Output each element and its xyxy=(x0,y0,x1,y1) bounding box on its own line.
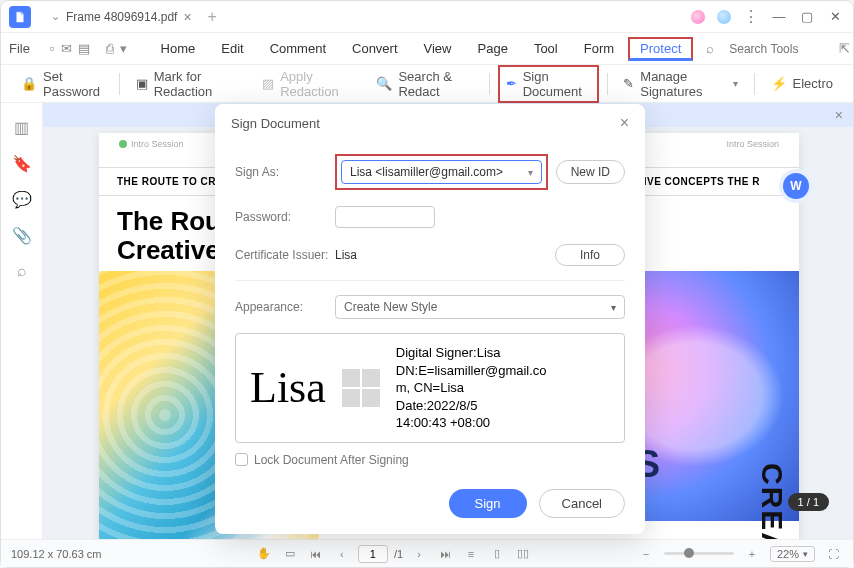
dialog-header: Sign Document × xyxy=(215,104,645,142)
menu-view[interactable]: View xyxy=(412,37,464,61)
tab-close-icon[interactable]: × xyxy=(183,9,191,25)
zoom-slider[interactable] xyxy=(664,552,734,555)
bookmarks-icon[interactable]: 🔖 xyxy=(12,153,32,173)
appearance-select[interactable]: Create New Style ▾ xyxy=(335,295,625,319)
zoom-select[interactable]: 22% ▾ xyxy=(770,546,815,562)
sign-as-label: Sign As: xyxy=(235,165,335,179)
sign-document-button[interactable]: ✒ Sign Document xyxy=(498,65,599,103)
signature-details: Digital Signer:Lisa DN:E=lisamiller@gmai… xyxy=(396,344,547,432)
first-page-icon[interactable]: ⏮ xyxy=(306,544,326,564)
word-export-badge[interactable]: W xyxy=(783,173,809,199)
signature-icon: ✒ xyxy=(506,76,517,91)
main-menu: Home Edit Comment Convert View Page Tool… xyxy=(149,37,694,61)
lock-checkbox[interactable] xyxy=(235,453,248,466)
thumbnails-icon[interactable]: ▥ xyxy=(12,117,32,137)
esign-icon: ⚡ xyxy=(771,76,787,91)
more-menu-icon[interactable]: ⋮ xyxy=(743,7,759,26)
electronic-sign-button[interactable]: ⚡ Electro xyxy=(763,72,841,95)
prev-page-icon[interactable]: ‹ xyxy=(332,544,352,564)
sign-as-select[interactable]: Lisa <lisamiller@gmail.com> ▾ xyxy=(341,160,542,184)
password-label: Password: xyxy=(235,210,335,224)
left-sidebar: ▥ 🔖 💬 📎 ⌕ xyxy=(1,103,43,539)
appearance-label: Appearance: xyxy=(235,300,335,314)
redact-apply-icon: ▨ xyxy=(262,76,274,91)
menubar: File ▫ ✉ ▤ ⎙ ▾ Home Edit Comment Convert… xyxy=(1,33,853,65)
page-total: /1 xyxy=(394,548,403,560)
new-id-button[interactable]: New ID xyxy=(556,160,625,184)
comments-icon[interactable]: 💬 xyxy=(12,189,32,209)
issuer-row: Certificate Issuer: Lisa Info xyxy=(235,236,625,274)
dialog-close-icon[interactable]: × xyxy=(620,114,629,132)
select-tool-icon[interactable]: ▭ xyxy=(280,544,300,564)
menu-protect[interactable]: Protect xyxy=(628,37,693,61)
hand-tool-icon[interactable]: ✋ xyxy=(254,544,274,564)
minimize-button[interactable]: — xyxy=(769,7,789,27)
close-button[interactable]: ✕ xyxy=(825,7,845,27)
page-nav: ✋ ▭ ⏮ ‹ /1 › ⏭ ≡ ▯ ▯▯ xyxy=(159,544,628,564)
set-password-button[interactable]: 🔒 Set Password xyxy=(13,65,111,103)
appearance-row: Appearance: Create New Style ▾ xyxy=(235,287,625,327)
window-controls: — ▢ ✕ xyxy=(769,7,845,27)
lock-document-row: Lock Document After Signing xyxy=(235,443,625,477)
share-icon[interactable]: ⇱ xyxy=(833,38,854,60)
save-icon[interactable]: ▫ xyxy=(50,38,55,60)
formbar-close-icon[interactable]: × xyxy=(835,107,843,123)
sign-document-dialog: Sign Document × Sign As: Lisa <lisamille… xyxy=(215,104,645,534)
menu-convert[interactable]: Convert xyxy=(340,37,410,61)
mail-icon[interactable]: ✉ xyxy=(61,38,72,60)
last-page-icon[interactable]: ⏭ xyxy=(435,544,455,564)
zoom-in-icon[interactable]: + xyxy=(742,544,762,564)
page-number-input[interactable] xyxy=(358,545,388,563)
print-dropdown-icon[interactable]: ▾ xyxy=(120,38,127,60)
intro-badge-right: Intro Session xyxy=(722,139,779,149)
menu-comment[interactable]: Comment xyxy=(258,37,338,61)
status-bar: 109.12 x 70.63 cm ✋ ▭ ⏮ ‹ /1 › ⏭ ≡ ▯ ▯▯ … xyxy=(1,539,853,567)
account-icon[interactable] xyxy=(717,10,731,24)
manage-signatures-button[interactable]: ✎ Manage Signatures ▾ xyxy=(615,65,745,103)
assistant-icon[interactable] xyxy=(691,10,705,24)
menu-tool[interactable]: Tool xyxy=(522,37,570,61)
menu-page[interactable]: Page xyxy=(466,37,520,61)
file-menu[interactable]: File xyxy=(9,41,30,56)
protect-toolbar: 🔒 Set Password ▣ Mark for Redaction ▨ Ap… xyxy=(1,65,853,103)
app-logo-icon xyxy=(9,6,31,28)
print-icon[interactable]: ⎙ xyxy=(106,38,114,60)
tab-title: Frame 48096914.pdf xyxy=(66,10,177,24)
info-button[interactable]: Info xyxy=(555,244,625,266)
search-redact-icon: 🔍 xyxy=(376,76,392,91)
chevron-down-icon: ▾ xyxy=(528,167,533,178)
lock-label: Lock Document After Signing xyxy=(254,453,409,467)
next-page-icon[interactable]: › xyxy=(409,544,429,564)
attachments-icon[interactable]: 📎 xyxy=(12,225,32,245)
mark-redaction-button[interactable]: ▣ Mark for Redaction xyxy=(128,65,246,103)
menu-home[interactable]: Home xyxy=(149,37,208,61)
open-icon[interactable]: ▤ xyxy=(78,38,90,60)
search-panel-icon[interactable]: ⌕ xyxy=(12,261,32,281)
menu-form[interactable]: Form xyxy=(572,37,626,61)
menu-edit[interactable]: Edit xyxy=(209,37,255,61)
document-tab[interactable]: ⌄ Frame 48096914.pdf × xyxy=(41,5,202,29)
signature-preview: Lisa Digital Signer:Lisa DN:E=lisamiller… xyxy=(235,333,625,443)
chevron-down-icon: ▾ xyxy=(611,302,616,313)
single-page-icon[interactable]: ▯ xyxy=(487,544,507,564)
zoom-controls: − + 22% ▾ ⛶ xyxy=(636,544,843,564)
dialog-title: Sign Document xyxy=(231,116,320,131)
search-tools-input[interactable] xyxy=(729,42,819,56)
redact-mark-icon: ▣ xyxy=(136,76,148,91)
page-indicator: 1 / 1 xyxy=(788,493,829,511)
search-icon[interactable]: ⌕ xyxy=(699,38,721,60)
chevron-down-icon: ▾ xyxy=(803,549,808,559)
sign-button[interactable]: Sign xyxy=(449,489,527,518)
password-row: Password: xyxy=(235,198,625,236)
scroll-mode-icon[interactable]: ≡ xyxy=(461,544,481,564)
zoom-out-icon[interactable]: − xyxy=(636,544,656,564)
add-tab-button[interactable]: + xyxy=(208,8,217,26)
password-input[interactable] xyxy=(335,206,435,228)
two-page-icon[interactable]: ▯▯ xyxy=(513,544,533,564)
cancel-button[interactable]: Cancel xyxy=(539,489,625,518)
system-tray: ⋮ xyxy=(691,7,759,26)
issuer-label: Certificate Issuer: xyxy=(235,248,335,262)
fullscreen-icon[interactable]: ⛶ xyxy=(823,544,843,564)
search-redact-button[interactable]: 🔍 Search & Redact xyxy=(368,65,480,103)
maximize-button[interactable]: ▢ xyxy=(797,7,817,27)
